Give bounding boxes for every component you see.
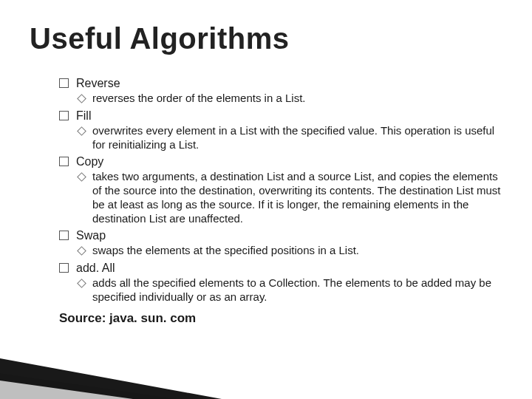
slide-title: Useful Algorithms [30, 22, 502, 55]
source-line: Source: java. sun. com [59, 310, 502, 326]
item-label: Copy [76, 154, 103, 169]
corner-decoration [0, 347, 222, 399]
svg-marker-0 [0, 373, 177, 399]
item-description: adds all the specified elements to a Col… [92, 276, 502, 304]
list-item: Reverse reverses the order of the elemen… [59, 76, 502, 106]
list-item: Fill overwrites every element in a List … [59, 109, 502, 152]
checkbox-icon [59, 263, 69, 273]
item-description: overwrites every element in a List with … [92, 124, 502, 152]
item-description: reverses the order of the elements in a … [92, 92, 502, 106]
slide-content: Reverse reverses the order of the elemen… [30, 76, 502, 326]
item-label: add. All [76, 261, 115, 276]
list-item: Swap swaps the elements at the specified… [59, 228, 502, 258]
list-item: Copy takes two arguments, a destination … [59, 154, 502, 225]
checkbox-icon [59, 157, 69, 166]
diamond-icon [77, 279, 86, 288]
checkbox-icon [59, 231, 69, 240]
svg-marker-1 [0, 358, 222, 399]
diamond-icon [77, 172, 86, 182]
diamond-icon [77, 126, 86, 136]
svg-marker-2 [0, 381, 133, 399]
item-label: Reverse [76, 76, 120, 91]
diamond-icon [77, 94, 86, 103]
list-item: add. All adds all the specified elements… [59, 261, 502, 304]
item-description: takes two arguments, a destination List … [92, 170, 502, 225]
checkbox-icon [59, 111, 69, 120]
checkbox-icon [59, 78, 69, 88]
item-description: swaps the elements at the specified posi… [92, 244, 502, 258]
item-label: Fill [76, 109, 91, 123]
slide: Useful Algorithms Reverse reverses the o… [0, 0, 532, 399]
item-label: Swap [76, 228, 106, 243]
diamond-icon [77, 246, 86, 256]
